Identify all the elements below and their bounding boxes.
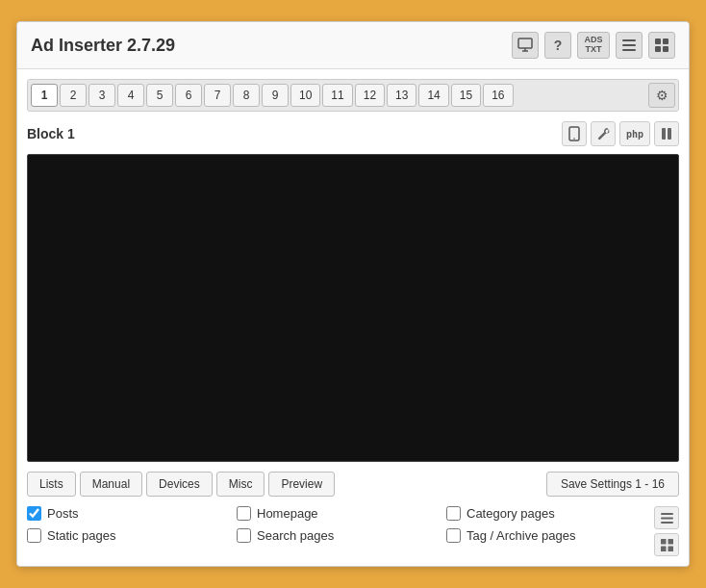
tab-7[interactable]: 7 <box>204 84 231 107</box>
tab-8[interactable]: 8 <box>233 84 260 107</box>
tag-archive-label: Tag / Archive pages <box>466 528 575 543</box>
tab-9[interactable]: 9 <box>262 84 289 107</box>
svg-rect-6 <box>655 38 661 44</box>
preview-tab[interactable]: Preview <box>268 472 335 497</box>
lists-tab[interactable]: Lists <box>27 472 76 497</box>
grid-view-icon[interactable] <box>648 32 675 59</box>
svg-rect-18 <box>668 539 673 545</box>
app-title: Ad Inserter 2.7.29 <box>31 36 175 56</box>
tab-4[interactable]: 4 <box>117 84 144 107</box>
svg-rect-15 <box>661 517 673 519</box>
tab-5[interactable]: 5 <box>146 84 173 107</box>
help-icon[interactable]: ? <box>544 32 571 59</box>
svg-rect-13 <box>668 128 671 140</box>
svg-rect-3 <box>622 39 636 41</box>
bottom-tabs: Lists Manual Devices Misc Preview Save S… <box>27 472 679 497</box>
svg-rect-19 <box>661 546 667 551</box>
title-bar: Ad Inserter 2.7.29 ? ADSTXT <box>17 22 689 69</box>
manual-tab[interactable]: Manual <box>80 472 142 497</box>
tag-archive-checkbox[interactable] <box>446 528 461 543</box>
homepage-checkbox[interactable] <box>237 506 251 521</box>
svg-rect-5 <box>622 49 636 51</box>
list-view-icon[interactable] <box>616 32 643 59</box>
svg-rect-16 <box>661 522 673 524</box>
svg-rect-7 <box>663 38 668 44</box>
svg-rect-17 <box>661 539 667 545</box>
tab-16[interactable]: 16 <box>483 84 513 107</box>
right-action-icons <box>654 506 679 556</box>
lines-action-icon[interactable] <box>654 506 679 529</box>
tab-14[interactable]: 14 <box>418 84 448 107</box>
svg-point-11 <box>573 138 575 140</box>
svg-rect-14 <box>661 513 673 515</box>
tab-3[interactable]: 3 <box>88 84 115 107</box>
svg-rect-0 <box>518 38 532 48</box>
monitor-icon[interactable] <box>512 32 539 59</box>
wrench-icon[interactable] <box>591 121 616 146</box>
ads-txt-icon[interactable]: ADSTXT <box>577 32 610 59</box>
tab-15[interactable]: 15 <box>451 84 481 107</box>
svg-rect-8 <box>655 46 661 52</box>
pause-icon[interactable] <box>654 121 679 146</box>
posts-checkbox[interactable] <box>27 506 41 521</box>
category-label: Category pages <box>466 506 555 521</box>
php-toggle-button[interactable]: php <box>619 121 650 146</box>
search-pages-checkbox[interactable] <box>237 528 251 543</box>
devices-tab[interactable]: Devices <box>146 472 213 497</box>
posts-label: Posts <box>47 506 79 521</box>
app-window: Ad Inserter 2.7.29 ? ADSTXT <box>16 21 690 567</box>
title-bar-icons: ? ADSTXT <box>512 32 675 59</box>
code-editor-area[interactable] <box>27 154 679 462</box>
static-pages-checkbox-item[interactable]: Static pages <box>27 528 227 543</box>
save-settings-button[interactable]: Save Settings 1 - 16 <box>546 472 679 497</box>
block-title: Block 1 <box>27 126 75 141</box>
tabs-row: 1 2 3 4 5 6 7 8 9 10 11 12 13 14 15 16 ⚙ <box>27 79 679 112</box>
static-pages-checkbox[interactable] <box>27 528 41 543</box>
tab-10[interactable]: 10 <box>290 84 320 107</box>
search-pages-checkbox-item[interactable]: Search pages <box>237 528 437 543</box>
svg-rect-4 <box>622 44 636 46</box>
misc-tab[interactable]: Misc <box>216 472 265 497</box>
tab-6[interactable]: 6 <box>175 84 202 107</box>
category-checkbox[interactable] <box>446 506 461 521</box>
main-content: 1 2 3 4 5 6 7 8 9 10 11 12 13 14 15 16 ⚙… <box>17 69 689 566</box>
static-pages-label: Static pages <box>47 528 116 543</box>
tab-13[interactable]: 13 <box>387 84 416 107</box>
device-preview-icon[interactable] <box>562 121 587 146</box>
block-icons: php <box>562 121 679 146</box>
svg-rect-12 <box>662 128 666 140</box>
grid-action-icon[interactable] <box>654 533 679 556</box>
svg-rect-9 <box>663 46 668 52</box>
tab-settings-icon[interactable]: ⚙ <box>648 83 675 108</box>
tab-1[interactable]: 1 <box>31 84 58 107</box>
homepage-checkbox-item[interactable]: Homepage <box>237 506 437 521</box>
homepage-label: Homepage <box>257 506 318 521</box>
tab-11[interactable]: 11 <box>322 84 352 107</box>
tag-archive-checkbox-item[interactable]: Tag / Archive pages <box>446 528 646 543</box>
svg-rect-20 <box>668 546 673 551</box>
tab-2[interactable]: 2 <box>60 84 87 107</box>
tab-12[interactable]: 12 <box>355 84 385 107</box>
block-header: Block 1 php <box>27 119 679 148</box>
category-checkbox-item[interactable]: Category pages <box>446 506 646 521</box>
search-pages-label: Search pages <box>257 528 334 543</box>
posts-checkbox-item[interactable]: Posts <box>27 506 227 521</box>
